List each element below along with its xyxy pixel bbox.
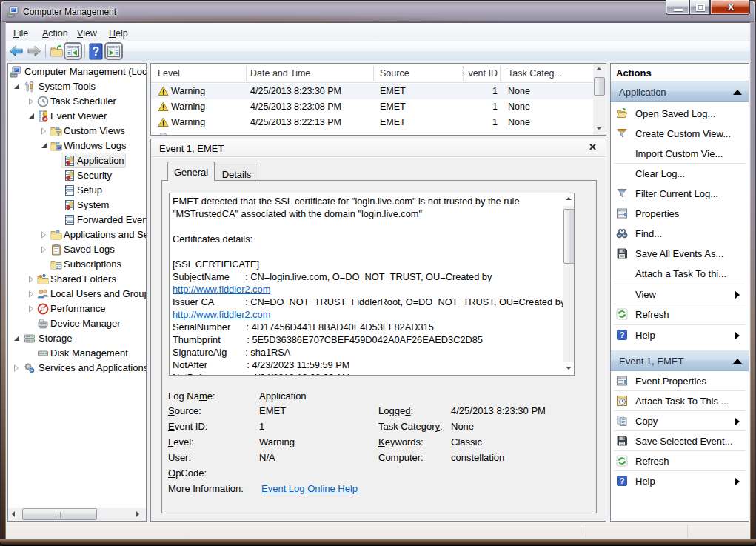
svg-text:?: ? xyxy=(620,330,625,339)
svg-text:?: ? xyxy=(620,476,625,485)
svg-text:?: ? xyxy=(93,45,100,58)
